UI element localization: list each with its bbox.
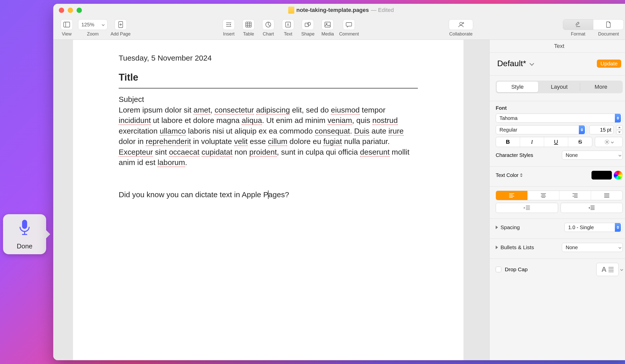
svg-rect-23 <box>325 22 330 27</box>
window-close-button[interactable] <box>59 8 64 13</box>
shape-label: Shape <box>301 31 314 37</box>
format-button[interactable] <box>563 19 593 30</box>
dictation-widget: Done <box>3 214 46 254</box>
svg-point-22 <box>308 22 311 25</box>
microphone-icon <box>17 219 32 240</box>
shape-button[interactable] <box>302 19 314 30</box>
bullets-select[interactable]: None <box>562 243 623 252</box>
indent-button[interactable] <box>561 203 623 213</box>
document-title: Title <box>119 72 418 83</box>
update-style-button[interactable]: Update <box>597 60 621 68</box>
align-right-button[interactable] <box>559 191 591 200</box>
svg-point-25 <box>460 22 462 25</box>
filename-label: note-taking-template.pages <box>296 7 369 13</box>
text-color-stepper-icon[interactable] <box>520 173 523 177</box>
svg-marker-49 <box>524 207 525 209</box>
text-color-label: Text Color <box>496 172 519 178</box>
align-left-button[interactable] <box>496 191 528 200</box>
document-date: Tuesday, 5 November 2024 <box>119 54 418 62</box>
media-label: Media <box>322 31 334 37</box>
font-size-up[interactable] <box>616 125 623 130</box>
bullets-disclosure[interactable]: Bullets & Lists <box>496 244 534 250</box>
titlebar: note-taking-template.pages — Edited <box>53 4 625 16</box>
tab-style[interactable]: Style <box>497 82 538 92</box>
window-title[interactable]: note-taking-template.pages — Edited <box>288 7 394 14</box>
font-section-label: Font <box>496 105 623 111</box>
character-styles-label: Character Styles <box>496 152 533 158</box>
dictated-text: Did you know you can dictate text in App… <box>119 190 418 199</box>
title-divider <box>119 88 418 88</box>
spacing-select[interactable]: 1.0 - Single <box>564 223 623 232</box>
dropcap-style-button[interactable]: A <box>596 263 619 276</box>
edited-label: — Edited <box>371 7 394 13</box>
format-label: Format <box>563 31 593 37</box>
dictation-done-button[interactable]: Done <box>17 242 32 250</box>
font-weight-select[interactable]: Regular <box>496 125 587 134</box>
toolbar: View 125% Zoom Add Page <box>53 16 625 40</box>
spacing-disclosure[interactable]: Spacing <box>496 224 520 230</box>
dropcap-chevron[interactable] <box>620 268 623 271</box>
inspector-tab-text[interactable]: Text <box>490 40 625 53</box>
color-picker-button[interactable] <box>614 171 623 180</box>
gear-icon <box>604 139 610 145</box>
paragraph-style-picker[interactable]: Default* <box>497 59 533 68</box>
svg-point-28 <box>606 141 608 143</box>
view-label: View <box>62 31 72 37</box>
comment-button[interactable] <box>343 19 355 30</box>
tab-layout[interactable]: Layout <box>539 82 580 92</box>
zoom-label: Zoom <box>87 31 99 37</box>
add-page-button[interactable] <box>115 19 127 30</box>
document-icon <box>288 7 294 14</box>
font-family-select[interactable]: Tahoma <box>496 114 623 123</box>
dropcap-icon: A <box>601 265 606 274</box>
font-size-input[interactable]: 15 pt <box>589 125 614 134</box>
text-button[interactable]: A <box>282 19 294 30</box>
dropcap-checkbox[interactable] <box>496 267 501 272</box>
window-minimize-button[interactable] <box>68 8 73 13</box>
bold-button[interactable]: B <box>496 137 520 147</box>
text-label: Text <box>284 31 292 37</box>
inspector-panel: Text Default* Update Style Layout More <box>489 40 625 360</box>
svg-rect-13 <box>246 22 251 27</box>
window-zoom-button[interactable] <box>77 8 82 13</box>
svg-rect-3 <box>64 22 70 27</box>
zoom-value: 125% <box>81 22 94 28</box>
outdent-button[interactable] <box>496 203 558 213</box>
collaborate-button[interactable]: + <box>449 19 473 30</box>
zoom-select[interactable]: 125% <box>78 19 108 30</box>
italic-button[interactable]: I <box>520 137 544 147</box>
character-styles-select[interactable]: None <box>562 151 623 160</box>
align-justify-button[interactable] <box>591 191 622 200</box>
underline-button[interactable]: U <box>544 137 568 147</box>
align-center-button[interactable] <box>528 191 559 200</box>
font-size-down[interactable] <box>616 130 623 134</box>
insert-label: Insert <box>223 31 235 37</box>
chevron-right-icon <box>496 246 498 249</box>
page[interactable]: Tuesday, 5 November 2024 Title Subject L… <box>73 40 463 360</box>
svg-text:+: + <box>462 22 464 24</box>
document-subject: Subject <box>119 95 418 104</box>
view-button[interactable] <box>61 19 73 30</box>
media-button[interactable] <box>322 19 334 30</box>
svg-text:A: A <box>287 23 290 27</box>
tab-more[interactable]: More <box>580 82 622 92</box>
document-button[interactable] <box>593 19 624 30</box>
font-advanced-button[interactable] <box>595 137 623 147</box>
table-button[interactable] <box>242 19 255 30</box>
chevron-right-icon <box>496 226 498 229</box>
inspector-segment-tabs: Style Layout More <box>496 81 623 93</box>
app-window: note-taking-template.pages — Edited View… <box>53 4 625 360</box>
dropcap-label: Drop Cap <box>505 266 528 272</box>
strikethrough-button[interactable]: S <box>568 137 592 147</box>
svg-point-24 <box>326 23 327 24</box>
text-cursor <box>268 190 269 199</box>
document-scroll-area[interactable]: Tuesday, 5 November 2024 Title Subject L… <box>53 40 489 360</box>
svg-marker-54 <box>588 207 590 209</box>
chart-button[interactable] <box>262 19 274 30</box>
insert-button[interactable] <box>223 19 235 30</box>
add-page-label: Add Page <box>111 31 131 37</box>
table-label: Table <box>243 31 254 37</box>
chart-label: Chart <box>263 31 274 37</box>
font-size-stepper[interactable] <box>616 125 623 134</box>
text-color-swatch[interactable] <box>591 171 612 180</box>
